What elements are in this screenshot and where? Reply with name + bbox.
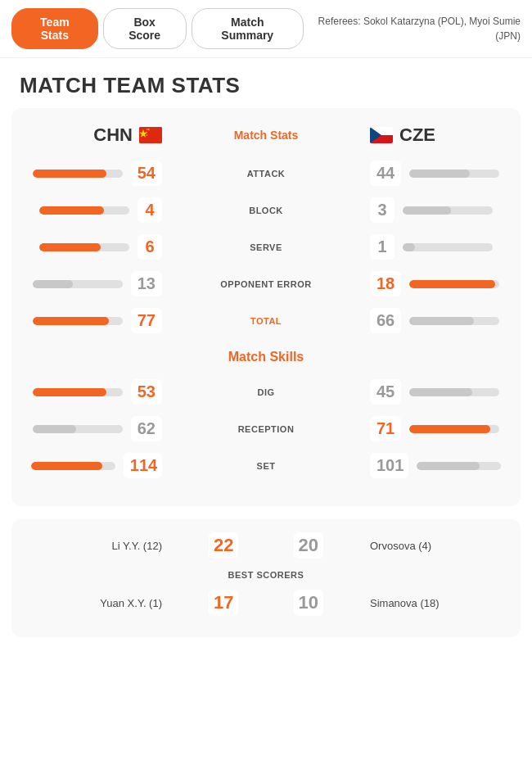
bar-right-ms-0 [409, 170, 499, 178]
stat-value-left-ms-3: 13 [131, 271, 162, 296]
best-scorers-label: BEST SCORERS [209, 567, 323, 581]
stat-row: 62 RECEPTION 71 [31, 416, 501, 441]
stat-row: 54 ATTACK 44 [31, 161, 501, 186]
stat-left-ms-0: 54 [31, 161, 162, 186]
scorer-row-1: Yuan X.Y. (1) 17 10 Simanova (18) [31, 590, 501, 616]
scorer-name-left-1: Yuan X.Y. (1) [31, 597, 162, 609]
stat-value-right-ms-2: 1 [370, 234, 394, 260]
stat-label-ms-1: BLOCK [209, 206, 323, 215]
stat-right-ms-2: 1 [370, 234, 501, 260]
scorer-value-left-0: 22 [209, 532, 238, 559]
bar-left-ms-1 [39, 206, 129, 215]
match-skills-label: Match Skills [31, 350, 501, 364]
header: Team Stats Box Score Match Summary Refer… [0, 0, 532, 58]
stat-left-ms-1: 4 [31, 197, 162, 223]
scorer-values-0: 22 20 [209, 532, 323, 559]
stat-value-left-sk-0: 53 [131, 379, 162, 405]
stat-right-ms-1: 3 [370, 197, 501, 223]
stat-row: 4 BLOCK 3 [31, 197, 501, 223]
stat-value-left-ms-1: 4 [138, 197, 162, 223]
stat-value-right-ms-1: 3 [370, 197, 394, 223]
stat-left-sk-1: 62 [31, 416, 162, 441]
flag-cze-icon [370, 127, 393, 143]
scorer-name-right-0: Orvosova (4) [370, 540, 501, 552]
stat-value-right-sk-1: 71 [370, 416, 401, 441]
bar-fill-left-ms-4 [33, 317, 110, 325]
stat-value-left-ms-2: 6 [138, 234, 162, 260]
bar-left-sk-1 [33, 425, 123, 433]
bar-fill-right-ms-4 [409, 317, 474, 325]
tab-match-summary[interactable]: Match Summary [192, 8, 304, 49]
stat-value-left-ms-0: 54 [131, 161, 162, 186]
stat-left-sk-2: 114 [31, 453, 162, 478]
stat-row: 53 DIG 45 [31, 379, 501, 405]
bar-fill-left-ms-1 [39, 206, 104, 215]
bar-right-ms-1 [403, 206, 493, 215]
tab-box-score[interactable]: Box Score [103, 8, 187, 49]
scorer-row-0: Li Y.Y. (12) 22 20 Orvosova (4) [31, 532, 501, 559]
best-scorers-rows: Li Y.Y. (12) 22 20 Orvosova (4) BEST SCO… [31, 532, 501, 616]
bar-right-ms-2 [403, 243, 493, 251]
bar-fill-right-ms-1 [403, 206, 451, 215]
stat-label-sk-0: DIG [209, 387, 323, 397]
bar-right-sk-0 [409, 388, 499, 396]
best-scorers-card: Li Y.Y. (12) 22 20 Orvosova (4) BEST SCO… [11, 519, 521, 637]
stat-label-ms-3: OPPONENT ERROR [209, 279, 323, 289]
bar-left-ms-0 [33, 170, 123, 178]
page-title: MATCH TEAM STATS [0, 58, 532, 108]
bar-fill-left-ms-0 [33, 170, 106, 178]
match-stats-rows: 54 ATTACK 44 4 BLOCK 3 6 [31, 161, 501, 333]
referee-label: Referees: [318, 16, 361, 27]
stat-value-right-sk-0: 45 [370, 379, 401, 405]
stat-label-ms-2: SERVE [209, 242, 323, 252]
bar-right-ms-4 [409, 317, 499, 325]
bar-fill-right-sk-2 [417, 462, 480, 470]
stat-label-ms-4: TOTAL [209, 316, 323, 326]
bar-fill-right-ms-0 [409, 170, 470, 178]
bar-left-sk-2 [31, 462, 115, 470]
team-right-name: CZE [399, 124, 435, 146]
stat-label-ms-0: ATTACK [209, 169, 323, 179]
match-stats-label: Match Stats [209, 129, 323, 142]
tab-team-stats[interactable]: Team Stats [11, 8, 98, 49]
bar-fill-right-sk-1 [409, 425, 490, 433]
scorer-values-1: 17 10 [209, 590, 323, 616]
stat-left-ms-3: 13 [31, 271, 162, 296]
team-right-header: CZE [370, 124, 501, 146]
team-left-header: CHN [31, 124, 162, 146]
stat-value-left-ms-4: 77 [131, 308, 162, 333]
bar-right-sk-1 [409, 425, 499, 433]
stat-left-ms-2: 6 [31, 234, 162, 260]
stat-right-ms-4: 66 [370, 308, 501, 333]
stat-value-right-ms-0: 44 [370, 161, 401, 186]
bar-left-ms-2 [39, 243, 129, 251]
stat-row: 114 SET 101 [31, 453, 501, 478]
match-skills-rows: 53 DIG 45 62 RECEPTION 71 114 [31, 379, 501, 478]
bar-fill-left-ms-2 [39, 243, 101, 251]
stat-right-sk-0: 45 [370, 379, 501, 405]
scorer-name-left-0: Li Y.Y. (12) [31, 540, 162, 552]
stat-right-sk-1: 71 [370, 416, 501, 441]
stat-value-left-sk-2: 114 [124, 453, 162, 478]
stat-left-ms-4: 77 [31, 308, 162, 333]
scorer-name-right-1: Simanova (18) [370, 597, 501, 609]
bar-right-sk-2 [417, 462, 501, 470]
bar-fill-left-sk-1 [33, 425, 76, 433]
stat-value-right-sk-2: 101 [370, 453, 408, 478]
match-stats-card: CHN Match Stats [11, 108, 521, 506]
referee-names: Sokol Katarzyna (POL), Myoi Sumie (JPN) [363, 16, 521, 42]
bar-fill-left-sk-2 [31, 462, 102, 470]
stat-value-left-sk-1: 62 [131, 416, 162, 441]
bar-fill-left-ms-3 [33, 280, 74, 288]
stat-right-ms-0: 44 [370, 161, 501, 186]
bar-fill-right-sk-0 [409, 388, 472, 396]
stat-label-sk-2: SET [209, 461, 323, 471]
stat-right-sk-2: 101 [370, 453, 501, 478]
stat-value-right-ms-3: 18 [370, 271, 401, 296]
stat-value-right-ms-4: 66 [370, 308, 401, 333]
bar-fill-right-ms-2 [403, 243, 415, 251]
flag-chn-icon [139, 127, 162, 143]
referee-info: Referees: Sokol Katarzyna (POL), Myoi Su… [309, 14, 521, 43]
bar-left-ms-3 [33, 280, 123, 288]
stat-left-sk-0: 53 [31, 379, 162, 405]
